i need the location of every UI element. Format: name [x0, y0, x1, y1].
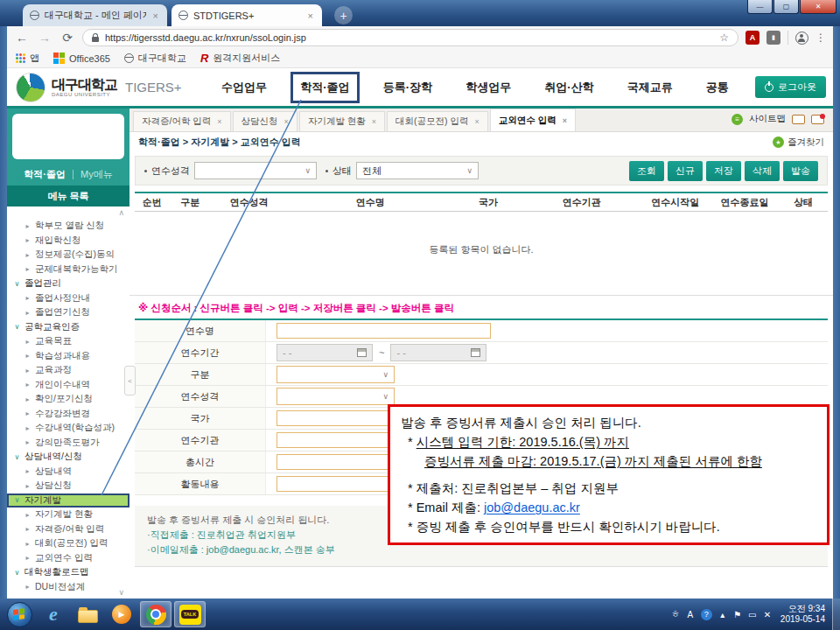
new-button[interactable]: 신규 — [668, 161, 703, 181]
sidebar-item[interactable]: ▸군제대복학가능학기 — [7, 262, 130, 277]
browser-tab[interactable]: STDTIGERS+× — [172, 4, 322, 26]
kakaotalk-icon[interactable]: TALK — [174, 601, 206, 627]
show-desktop-button[interactable] — [832, 598, 840, 630]
taskbar-clock[interactable]: 오전 9:34 2019-05-14 — [780, 604, 825, 626]
nav-item[interactable]: 학적·졸업 — [293, 74, 356, 101]
hidden-icons-icon[interactable]: ▴ — [718, 610, 727, 620]
favorites-link[interactable]: 즐겨찾기 — [773, 136, 824, 149]
sidebar-item[interactable]: ▸학습성과내용 — [7, 349, 130, 364]
content-tab[interactable]: 대회(공모전) 입력× — [387, 111, 488, 131]
new-tab-button[interactable]: + — [334, 6, 353, 24]
help-icon[interactable]: ? — [701, 609, 712, 620]
logout-button[interactable]: 로그아웃 — [755, 76, 826, 98]
sidebar-item[interactable]: ▸교외연수 입력 — [7, 551, 130, 566]
sidebar-item[interactable]: ▸졸업사정안내 — [7, 291, 130, 306]
email-link[interactable]: job@daegu.ac.kr — [484, 500, 580, 514]
nav-item[interactable]: 공통 — [699, 74, 736, 101]
content-tab[interactable]: 자기계발 현황× — [299, 111, 385, 131]
tab-close-icon[interactable]: × — [151, 10, 160, 21]
file-explorer-icon[interactable] — [72, 601, 103, 627]
scroll-down-icon[interactable] — [118, 588, 124, 597]
tab-close-icon[interactable]: × — [474, 117, 479, 126]
form-select[interactable]: ∨ — [276, 366, 395, 383]
adobe-extension-icon[interactable] — [746, 31, 760, 45]
media-player-icon[interactable] — [106, 601, 137, 627]
maximize-button[interactable] — [774, 0, 799, 14]
browser-menu-icon[interactable] — [816, 32, 826, 44]
display-icon[interactable]: ▭ — [748, 610, 757, 620]
content-tab[interactable]: 교외연수 입력× — [490, 108, 576, 131]
nav-item[interactable]: 수업업무 — [214, 74, 274, 101]
sidebar-tab-mymenu[interactable]: My메뉴 — [80, 168, 113, 181]
sidebar-item[interactable]: ▸수강내역(학습성과) — [7, 421, 130, 436]
sidebar-item[interactable]: ▸개인이수내역 — [7, 378, 130, 393]
nav-item[interactable]: 국제교류 — [620, 74, 680, 101]
date-input[interactable]: - - — [276, 344, 373, 361]
volume-muted-icon[interactable]: ✕ — [763, 610, 772, 620]
sitemap-link[interactable]: 사이트맵 — [749, 113, 786, 125]
sidebar-item[interactable]: ▸정보제공(수집)동의 — [7, 248, 130, 262]
sidebar-tab-hakjeok[interactable]: 학적·졸업 — [24, 168, 66, 181]
close-button[interactable] — [800, 0, 836, 14]
sidebar-item[interactable]: ▸학부모 열람 신청 — [7, 219, 130, 234]
bookmark-item[interactable]: 앱 — [16, 52, 39, 65]
bookmark-item[interactable]: 원격지원서비스 — [200, 52, 280, 65]
sidebar-item[interactable]: ∨자기계발 — [7, 494, 130, 508]
search-button[interactable]: 조회 — [629, 161, 664, 181]
sidebar-item[interactable]: ▸자격증/어학 입력 — [7, 522, 130, 537]
sidebar-item[interactable]: ∨상담내역/신청 — [7, 450, 130, 465]
forward-icon[interactable] — [37, 31, 52, 45]
chrome-icon[interactable] — [140, 601, 172, 627]
scroll-up-icon[interactable] — [118, 208, 124, 217]
send-button[interactable]: 발송 — [783, 161, 818, 181]
nav-item[interactable]: 등록·장학 — [376, 74, 439, 101]
sidebar-collapse-button[interactable] — [124, 366, 136, 396]
address-bar[interactable]: https://tigersstd.daegu.ac.kr/nxrun/ssoL… — [82, 29, 738, 46]
back-icon[interactable] — [14, 31, 30, 45]
sidebar-item[interactable]: ▸상담내역 — [7, 465, 130, 480]
reload-icon[interactable] — [60, 31, 75, 45]
tab-close-icon[interactable]: × — [306, 10, 315, 21]
training-type-select[interactable]: ∨ — [194, 162, 317, 179]
internet-explorer-icon[interactable] — [38, 601, 69, 627]
date-input[interactable]: - - — [390, 344, 486, 361]
sidebar-item[interactable]: ▸강의만족도평가 — [7, 436, 130, 451]
sidebar-item[interactable]: ▸상담신청 — [7, 479, 130, 494]
popup-close-icon[interactable] — [811, 115, 824, 124]
tab-close-icon[interactable]: × — [284, 117, 289, 126]
form-text-input[interactable] — [276, 410, 395, 426]
content-tab[interactable]: 상담신청× — [233, 111, 298, 131]
form-text-input[interactable] — [276, 454, 395, 470]
nav-item[interactable]: 취업·산학 — [537, 74, 600, 101]
sidebar-item[interactable]: ▸수강강좌변경 — [7, 407, 130, 422]
sidebar-item[interactable]: ▸확인/포기신청 — [7, 392, 130, 407]
tab-close-icon[interactable]: × — [372, 117, 376, 126]
popup-window-icon[interactable] — [792, 115, 805, 124]
sidebar-item[interactable]: ▸DU비전설계 — [7, 580, 130, 595]
nav-item[interactable]: 학생업무 — [458, 74, 518, 101]
minimize-button[interactable] — [747, 0, 773, 14]
start-orb-icon[interactable] — [4, 601, 35, 627]
ime-a-icon[interactable]: A — [686, 610, 695, 620]
flag-icon[interactable]: ⚑ — [733, 610, 742, 620]
url-text[interactable]: https://tigersstd.daegu.ac.kr/nxrun/ssoL… — [105, 32, 306, 43]
sidebar-item[interactable]: ▸교육과정 — [7, 363, 130, 378]
profile-icon[interactable] — [795, 32, 808, 45]
status-select[interactable]: 전체∨ — [356, 162, 479, 179]
sidebar-item[interactable]: ▸자기계발 현황 — [7, 508, 130, 522]
sidebar-item[interactable]: ▸재입학신청 — [7, 234, 130, 248]
form-text-input[interactable] — [276, 432, 395, 448]
bookmark-star-icon[interactable] — [719, 32, 729, 44]
korean-ime-icon[interactable]: ㅎ — [671, 608, 680, 620]
delete-button[interactable]: 삭제 — [745, 161, 780, 181]
university-logo[interactable]: 대구대학교 DAEGU UNIVERSITY TIGERS+ — [7, 73, 195, 102]
content-tab[interactable]: 자격증/어학 입력× — [133, 111, 231, 131]
sidebar-item[interactable]: ▸졸업연기신청 — [7, 305, 130, 320]
form-text-input[interactable] — [276, 323, 491, 339]
extension-icon[interactable] — [766, 31, 780, 45]
form-select[interactable]: ∨ — [276, 388, 395, 405]
sidebar-item[interactable]: ▸대회(공모전) 입력 — [7, 536, 130, 551]
sidebar-item[interactable]: ▸교육목표 — [7, 334, 130, 349]
tab-close-icon[interactable]: × — [563, 116, 567, 125]
save-button[interactable]: 저장 — [706, 161, 741, 181]
